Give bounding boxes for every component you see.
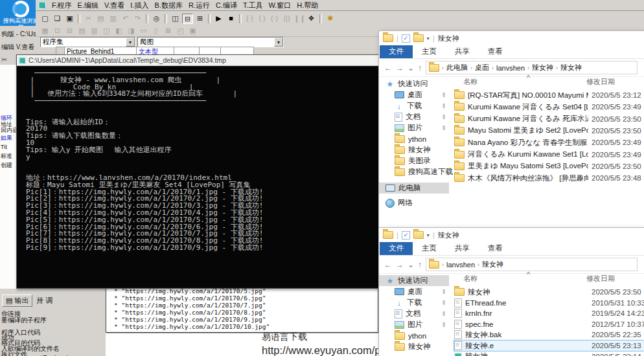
tab-查看[interactable]: 查看 <box>479 45 512 58</box>
routine-combobox[interactable]: 爬图 ▼ <box>137 37 284 47</box>
menu-item-查看[interactable]: V.查看 <box>104 1 124 10</box>
assembly-combobox[interactable]: 程序集 ▼ <box>40 37 135 47</box>
up-icon[interactable]: ↑ <box>418 260 422 269</box>
tab-共享[interactable]: 共享 <box>446 242 479 255</box>
tab-共享[interactable]: 共享 <box>446 45 479 58</box>
system-info-icon[interactable]: ✱ <box>325 14 336 24</box>
file-row[interactable]: [RQ-STAR写真] NO.00010 Mayumi M...2020/5/5… <box>454 90 644 100</box>
file-row[interactable]: Kurumi Kawane 河音くるみ 死库水泳...2020/5/5 23:5… <box>454 114 644 124</box>
column-header-name[interactable]: 名称 <box>463 77 477 87</box>
file-row[interactable]: 辣女神.e2020/5/5 23:13 <box>454 340 644 351</box>
sidebar-item-此电脑[interactable]: 此电脑 <box>379 183 449 194</box>
up-icon[interactable]: ↑ <box>418 63 422 72</box>
recent-locations-icon[interactable]: ⌄ <box>408 260 414 269</box>
tab-主页[interactable]: 主页 <box>413 242 446 255</box>
new-file-icon[interactable]: ▢ <box>40 14 51 24</box>
menu-item-插入[interactable]: I.插入 <box>130 1 148 10</box>
save-icon[interactable]: ▣ <box>64 14 75 24</box>
menu-item-帮助[interactable]: H.帮助 <box>297 1 318 10</box>
recent-locations-icon[interactable]: ⌄ <box>408 63 414 72</box>
address-bar[interactable]: ›此电脑›桌面›lanvshen›辣女神›辣女神 <box>426 61 638 74</box>
file-row[interactable]: spec.fne2012/5/17 10:37 <box>454 319 644 329</box>
sidebar-item-图片[interactable]: 图片✎ <box>379 122 449 133</box>
tab-文件[interactable]: 文件 <box>380 242 413 255</box>
breadcrumb-segment[interactable]: 此电脑 <box>446 63 468 72</box>
menu-item-程序[interactable]: F.程序 <box>52 1 72 10</box>
menu-item-窗口[interactable]: W.窗口 <box>268 1 291 10</box>
tab-主页[interactable]: 主页 <box>413 45 446 58</box>
address-bar[interactable]: ›lanvshen›辣女神 <box>426 258 638 271</box>
forward-icon[interactable]: → <box>396 63 404 72</box>
chevron-down-icon[interactable]: ▼ <box>126 38 135 47</box>
menu-item-编译[interactable]: C.编译 <box>216 1 237 10</box>
file-row[interactable]: EThread.fne2010/5/31 10:33 <box>454 298 644 308</box>
file-row[interactable]: 辣女神2020/5/5 23:14 <box>454 351 644 356</box>
file-row[interactable]: 辣女神.bak2020/5/5 22:35 <box>454 329 644 340</box>
breadcrumb-segment[interactable]: 辣女神 <box>532 63 553 72</box>
back-icon[interactable]: ← <box>384 63 392 72</box>
menu-item-编辑[interactable]: E.编辑 <box>78 1 98 10</box>
file-row[interactable]: 里美まゆ Mayu Satomi Set3 [LovePop...2020/5/… <box>454 161 644 172</box>
file-row[interactable]: Kurumi Kawane 河音くるみ Set04 [Lo...2020/5/5… <box>454 102 644 112</box>
scissors-icon[interactable]: ✂ <box>1 56 7 64</box>
tab-output[interactable]: ▤ 输出 <box>2 295 32 307</box>
stop-icon[interactable]: ■ <box>225 14 236 24</box>
tab-debug-fragment[interactable]: 卅 调 <box>36 296 52 306</box>
breadcrumb-segment[interactable]: lanvshen <box>446 261 475 269</box>
file-row[interactable]: 辣女神2020/5/5 23:50 <box>454 287 644 297</box>
column-header-date[interactable]: 修改日期 <box>586 274 615 284</box>
breadcrumb-segment[interactable]: 辣女神 <box>560 63 582 72</box>
background-window-menu-fragment[interactable]: 编辑 V.查看 I. <box>1 43 40 52</box>
explorer-body: ★快速访问桌面✎↓下载✎文档✎图片✎ython辣女神美图录搜狗高速下载此电脑网络… <box>379 76 644 228</box>
sidebar-item-桌面[interactable]: 桌面✎ <box>379 89 449 100</box>
find-icon[interactable]: ◎ <box>151 14 162 24</box>
console-body[interactable]: ────────────────────────────────────────… <box>17 66 380 289</box>
tab-查看[interactable]: 查看 <box>479 242 512 255</box>
window-horizontal-icon[interactable]: ⊟ <box>182 14 193 24</box>
menu-item-数据库[interactable]: B.数据库 <box>154 1 182 10</box>
drag-hand-icon[interactable]: ❖ <box>306 14 317 24</box>
sidebar-item-下载[interactable]: ↓下载✎ <box>379 100 449 111</box>
sidebar-item-桌面[interactable]: 桌面✎ <box>379 286 449 297</box>
window-grid-icon[interactable]: ⊞ <box>194 14 205 24</box>
file-row[interactable]: krnln.fnr2019/5/24 14:23 <box>454 308 644 318</box>
epl-console-icon <box>19 57 26 64</box>
file-row[interactable]: 木木《风情万种肉丝凉拖》 [异思趣向IE...2020/5/5 23:48 <box>454 173 644 183</box>
chevron-down-icon[interactable]: ▼ <box>274 38 283 47</box>
sidebar-item-图片[interactable]: 图片✎ <box>379 319 449 330</box>
chevron-down-icon[interactable]: ▾ <box>427 232 430 238</box>
file-row[interactable]: Nana Ayano 彩乃なな 青春学生制服 Se...2020/5/5 23:… <box>454 137 644 148</box>
sidebar-item-搜狗高速下载[interactable]: 搜狗高速下载 <box>379 166 449 177</box>
explorer-titlebar[interactable]: |✓▾|辣女神 <box>379 228 644 242</box>
chevron-down-icon[interactable]: ▾ <box>427 36 430 41</box>
sidebar-item-网络[interactable]: 网络 <box>379 197 449 208</box>
sidebar-item-辣女神[interactable]: 辣女神 <box>379 341 449 352</box>
tab-文件[interactable]: 文件 <box>380 45 413 58</box>
sidebar-item-快速访问[interactable]: ★快速访问 <box>379 275 449 286</box>
console-titlebar[interactable]: C:\Users\ADMINI~1\AppData\Local\Temp\e_d… <box>17 55 380 66</box>
ide-menubar: F.程序E.编辑V.查看I.插入B.数据库R.运行C.编译T.工具W.窗口H.帮… <box>36 0 644 11</box>
sidebar-item-辣女神[interactable]: 辣女神 <box>379 144 449 155</box>
explorer-titlebar[interactable]: |✓▾|辣女神 <box>379 31 644 45</box>
breadcrumb-segment[interactable]: 桌面 <box>475 63 489 72</box>
sidebar-item-快速访问[interactable]: ★快速访问 <box>379 78 449 89</box>
breadcrumb-segment[interactable]: lanvshen <box>496 64 525 72</box>
sidebar-item-美图录[interactable]: 美图录 <box>379 155 449 166</box>
back-icon[interactable]: ← <box>384 260 392 269</box>
menu-item-工具[interactable]: T.工具 <box>243 1 263 10</box>
forward-icon[interactable]: → <box>396 260 404 269</box>
window-vertical-icon[interactable]: ◫ <box>170 14 181 24</box>
file-row[interactable]: Mayu Satomi 里美まゆ Set2 [LovePop...2020/5/… <box>454 126 644 136</box>
menu-item-运行[interactable]: R.运行 <box>189 1 210 10</box>
sidebar-item-ython[interactable]: ython <box>379 133 449 144</box>
column-header-name[interactable]: 名称 <box>463 274 477 284</box>
run-icon[interactable]: ▶ <box>213 14 224 24</box>
breadcrumb-segment[interactable]: 辣女神 <box>482 260 503 269</box>
sidebar-item-文档[interactable]: 文档✎ <box>379 111 449 122</box>
sidebar-item-文档[interactable]: 文档✎ <box>379 308 449 319</box>
file-row[interactable]: 河音くるみ Kurumi Kawane Set1 [Lov...2020/5/5… <box>454 150 644 160</box>
column-header-date[interactable]: 修改日期 <box>586 77 615 87</box>
sidebar-item-ython[interactable]: ython <box>379 330 449 341</box>
open-file-icon[interactable]: ❏ <box>52 14 63 24</box>
sidebar-item-下载[interactable]: ↓下载✎ <box>379 297 449 308</box>
